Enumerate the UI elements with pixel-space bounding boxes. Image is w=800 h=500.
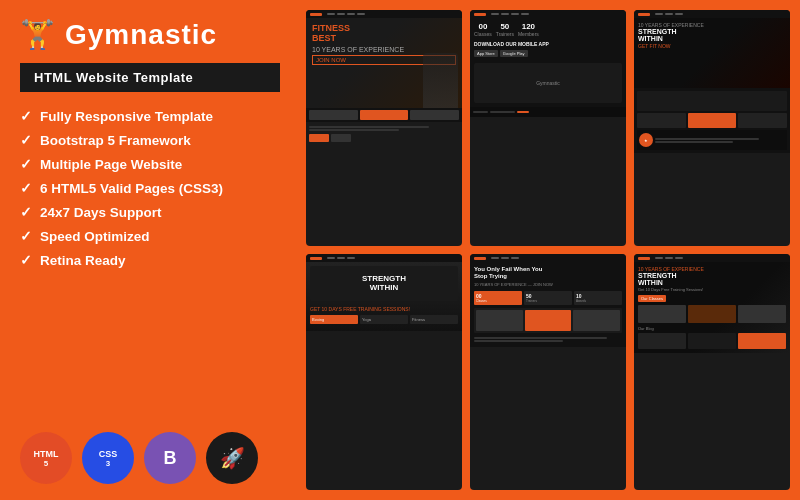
stat-item: 50 Trainers <box>496 22 514 37</box>
nav-line <box>501 13 509 15</box>
stat-number: 00 <box>474 22 492 31</box>
nav-line <box>337 257 345 259</box>
icon-block: ★ <box>639 133 653 147</box>
card3-subtitle: GET FIT NOW <box>638 43 786 49</box>
check-icon: ✓ <box>20 180 32 196</box>
card6-hero: 10 YEARS OF EXPERIENCE STRENGTHWITHIN Ge… <box>634 262 790 353</box>
html5-label: HTML <box>34 449 59 459</box>
nav-line <box>511 257 519 259</box>
blog-img-orange <box>738 333 786 349</box>
img-block <box>410 110 459 120</box>
footer-line-orange <box>517 111 529 113</box>
rocket-icon: 🚀 <box>220 446 245 470</box>
preview-grid: FITNESSBEST 10 YEARS OF EXPERIENCE JOIN … <box>300 0 800 500</box>
preview-card-4: STRENGTHWITHIN GET 10 DAYS FREE TRAINING… <box>306 254 462 490</box>
play-store-btn[interactable]: Google Play <box>500 50 528 57</box>
feature-item: ✓6 HTML5 Valid Pages (CSS3) <box>20 180 280 196</box>
card-label: Classes <box>476 299 520 303</box>
css3-label: CSS <box>99 449 118 459</box>
css3-number: 3 <box>106 459 110 468</box>
nav-lines <box>491 257 519 259</box>
text-row <box>655 141 733 143</box>
nav-line <box>491 257 499 259</box>
nav-line <box>327 13 335 15</box>
card2-stats: 00 Classes 50 Trainers 120 Members <box>474 22 622 37</box>
img-block-1 <box>638 305 686 323</box>
feature-item: ✓24x7 Days Support <box>20 204 280 220</box>
check-icon: ✓ <box>20 132 32 148</box>
card2-footer <box>470 107 626 117</box>
feature-label: Retina Ready <box>40 253 126 268</box>
preview-card-1: FITNESSBEST 10 YEARS OF EXPERIENCE JOIN … <box>306 10 462 246</box>
card4-hero-text: STRENGTHWITHIN <box>362 275 406 293</box>
mock-nav-5 <box>470 254 626 262</box>
img-block <box>573 310 620 331</box>
stat-item: 120 Members <box>518 22 539 37</box>
mock-nav-6 <box>634 254 790 262</box>
download-title: DOWNLOAD OUR MOBILE APP <box>474 41 622 47</box>
bootstrap-label: B <box>164 448 177 469</box>
nav-dot <box>474 13 486 16</box>
check-icon: ✓ <box>20 228 32 244</box>
img-block-orange <box>360 110 409 120</box>
card1-figure <box>423 53 458 108</box>
card4-class-block: Boxing <box>310 315 358 324</box>
card1-subtitle: 10 YEARS OF EXPERIENCE <box>312 46 456 53</box>
css3-badge: CSS 3 <box>82 432 134 484</box>
mock-nav-2 <box>470 10 626 18</box>
card6-img-row <box>638 305 786 323</box>
stat-number: 50 <box>496 22 514 31</box>
card6-title: STRENGTHWITHIN <box>638 272 786 286</box>
nav-line <box>347 257 355 259</box>
card5-img-row <box>474 308 622 333</box>
tech-badges: HTML 5 CSS 3 B 🚀 <box>20 432 280 484</box>
preview-card-6: 10 YEARS OF EXPERIENCE STRENGTHWITHIN Ge… <box>634 254 790 490</box>
stat-item: 00 Classes <box>474 22 492 37</box>
nav-lines <box>655 13 683 15</box>
nav-line <box>511 13 519 15</box>
preview-card-3: 10 YEARS OF EXPERIENCE STRENGTHWITHIN GE… <box>634 10 790 246</box>
text-row <box>309 126 429 128</box>
card6-sub: Get 10 Days Free Training Sessions! <box>638 287 786 292</box>
card5-quote: You Only Fail When YouStop Trying <box>474 266 622 280</box>
logo-text: Gymnastic <box>65 19 217 51</box>
nav-line <box>357 13 365 15</box>
feature-item: ✓Multiple Page Website <box>20 156 280 172</box>
text-row <box>309 129 399 131</box>
feature-label: 6 HTML5 Valid Pages (CSS3) <box>40 181 223 196</box>
cta-block <box>309 134 329 142</box>
card-label: Awards <box>576 299 620 303</box>
cta-block <box>331 134 351 142</box>
card4-class-block: Fitness <box>410 315 458 324</box>
our-blog-label: Our Blog <box>638 326 786 331</box>
nav-lines <box>327 13 365 15</box>
img-block-orange <box>525 310 572 331</box>
nav-lines <box>327 257 355 259</box>
left-panel: 🏋 Gymnastic HTML Website Template ✓Fully… <box>0 0 300 500</box>
logo-row: 🏋 Gymnastic <box>20 18 280 51</box>
html5-badge: HTML 5 <box>20 432 72 484</box>
nav-lines <box>491 13 529 15</box>
check-icon: ✓ <box>20 204 32 220</box>
nav-line <box>327 257 335 259</box>
nav-line <box>665 257 673 259</box>
card5-hero: You Only Fail When YouStop Trying 10 YEA… <box>470 262 626 347</box>
blog-img <box>688 333 736 349</box>
nav-line <box>665 13 673 15</box>
bootstrap-badge: B <box>144 432 196 484</box>
nav-line <box>491 13 499 15</box>
feature-item: ✓Speed Optimized <box>20 228 280 244</box>
blog-img <box>638 333 686 349</box>
card1-hero: FITNESSBEST 10 YEARS OF EXPERIENCE JOIN … <box>306 18 462 108</box>
feature-label: Fully Responsive Template <box>40 109 213 124</box>
card5-card-dark2: 10 Awards <box>574 291 622 305</box>
preview-card-2: 00 Classes 50 Trainers 120 Members DOWNL… <box>470 10 626 246</box>
nav-line <box>655 257 663 259</box>
card-label: Trainers <box>526 299 570 303</box>
footer-line <box>490 111 515 113</box>
features-list: ✓Fully Responsive Template ✓Bootstrap 5 … <box>20 108 280 276</box>
app-store-btn[interactable]: App Store <box>474 50 498 57</box>
nav-line <box>675 257 683 259</box>
html5-number: 5 <box>44 459 48 468</box>
feature-item: ✓Retina Ready <box>20 252 280 268</box>
